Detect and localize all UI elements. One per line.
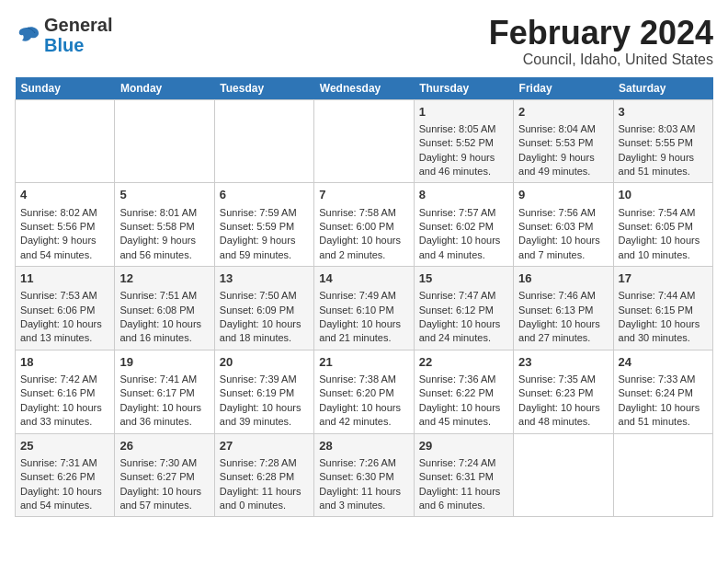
day-info-line: and 51 minutes. (619, 165, 708, 178)
day-info-line: Sunset: 6:28 PM (220, 470, 309, 484)
day-info-line: Sunrise: 7:57 AM (419, 206, 508, 220)
day-info-line: Daylight: 10 hours (619, 234, 708, 247)
day-info-line: Daylight: 9 hours (220, 234, 309, 247)
day-info-line: Sunrise: 7:51 AM (119, 289, 209, 303)
day-info-line: Sunrise: 8:05 AM (419, 122, 508, 136)
calendar-cell: 27Sunrise: 7:28 AMSunset: 6:28 PMDayligh… (214, 433, 313, 517)
day-header-monday: Monday (115, 77, 214, 100)
day-info-line: Sunset: 6:15 PM (619, 304, 708, 317)
day-info-line: Daylight: 10 hours (518, 401, 608, 415)
calendar-cell (115, 99, 214, 183)
day-info-line: Daylight: 10 hours (319, 234, 408, 247)
day-info-line: and 46 minutes. (419, 165, 508, 178)
day-info-line: Daylight: 10 hours (419, 234, 508, 247)
day-info-line: Daylight: 10 hours (619, 401, 708, 415)
day-info-line: Sunrise: 8:04 AM (518, 122, 608, 136)
day-info-line: Daylight: 10 hours (20, 485, 109, 499)
day-info-line: Sunset: 6:02 PM (419, 220, 508, 234)
day-number: 17 (619, 270, 708, 287)
calendar-cell: 17Sunrise: 7:44 AMSunset: 6:15 PMDayligh… (613, 267, 712, 350)
day-info-line: and 48 minutes. (518, 415, 608, 429)
day-info-line: Sunset: 6:17 PM (119, 386, 209, 400)
day-info-line: Daylight: 10 hours (518, 317, 608, 331)
calendar-cell: 5Sunrise: 8:01 AMSunset: 5:58 PMDaylight… (115, 183, 214, 267)
day-info-line: Sunrise: 7:53 AM (20, 289, 109, 303)
logo: General Blue (15, 15, 112, 55)
day-info-line: Daylight: 10 hours (220, 317, 309, 331)
day-number: 23 (518, 354, 608, 371)
day-info-line: Sunrise: 7:36 AM (419, 373, 508, 386)
day-number: 14 (319, 270, 408, 287)
day-info-line: Sunset: 6:26 PM (20, 470, 109, 484)
calendar-cell: 4Sunrise: 8:02 AMSunset: 5:56 PMDaylight… (16, 183, 115, 267)
calendar-cell: 10Sunrise: 7:54 AMSunset: 6:05 PMDayligh… (613, 183, 712, 267)
day-number: 9 (518, 187, 608, 203)
calendar-cell: 19Sunrise: 7:41 AMSunset: 6:17 PMDayligh… (115, 350, 214, 433)
title-block: February 2024 Council, Idaho, United Sta… (489, 15, 713, 68)
day-info-line: and 39 minutes. (220, 415, 309, 429)
day-info-line: Sunset: 6:16 PM (20, 386, 109, 400)
day-info-line: Sunrise: 7:42 AM (20, 373, 109, 386)
calendar-cell: 13Sunrise: 7:50 AMSunset: 6:09 PMDayligh… (214, 267, 313, 350)
day-header-saturday: Saturday (613, 77, 712, 100)
day-info-line: Sunrise: 7:50 AM (220, 289, 309, 303)
calendar-cell: 25Sunrise: 7:31 AMSunset: 6:26 PMDayligh… (16, 433, 115, 517)
day-number: 11 (20, 270, 109, 287)
calendar-cell (613, 433, 712, 517)
day-info-line: Sunrise: 7:56 AM (518, 206, 608, 220)
day-info-line: Daylight: 11 hours (319, 485, 408, 499)
day-info-line: Sunset: 6:03 PM (518, 220, 608, 234)
calendar-cell: 16Sunrise: 7:46 AMSunset: 6:13 PMDayligh… (514, 267, 613, 350)
day-info-line: Sunrise: 7:39 AM (220, 373, 309, 386)
day-header-sunday: Sunday (16, 77, 115, 100)
day-info-line: and 4 minutes. (419, 248, 508, 262)
day-info-line: Daylight: 11 hours (419, 485, 508, 499)
day-info-line: Sunrise: 7:54 AM (619, 206, 708, 220)
day-number: 21 (319, 354, 408, 371)
calendar-cell: 26Sunrise: 7:30 AMSunset: 6:27 PMDayligh… (115, 433, 214, 517)
day-info-line: Sunrise: 8:02 AM (20, 206, 109, 220)
day-info-line: Sunrise: 7:24 AM (419, 456, 508, 470)
day-info-line: and 6 minutes. (419, 499, 508, 512)
week-row-2: 4Sunrise: 8:02 AMSunset: 5:56 PMDaylight… (16, 183, 713, 267)
day-info-line: Sunrise: 8:03 AM (619, 122, 708, 136)
day-info-line: Daylight: 10 hours (419, 401, 508, 415)
day-info-line: Sunset: 6:27 PM (119, 470, 209, 484)
day-header-friday: Friday (514, 77, 613, 100)
calendar-table: SundayMondayTuesdayWednesdayThursdayFrid… (15, 77, 713, 518)
day-info-line: Sunset: 6:08 PM (119, 304, 209, 317)
day-info-line: Sunrise: 7:28 AM (220, 456, 309, 470)
day-info-line: Sunset: 6:22 PM (419, 386, 508, 400)
day-number: 20 (220, 354, 309, 371)
day-info-line: Daylight: 10 hours (518, 234, 608, 247)
day-info-line: and 54 minutes. (20, 248, 109, 262)
day-info-line: Daylight: 10 hours (319, 317, 408, 331)
day-info-line: Sunset: 6:23 PM (518, 386, 608, 400)
day-info-line: Sunset: 6:10 PM (319, 304, 408, 317)
day-header-thursday: Thursday (414, 77, 513, 100)
day-number: 7 (319, 187, 408, 203)
calendar-cell: 12Sunrise: 7:51 AMSunset: 6:08 PMDayligh… (115, 267, 214, 350)
day-number: 3 (619, 104, 708, 121)
day-info-line: Sunset: 6:00 PM (319, 220, 408, 234)
day-number: 1 (419, 104, 508, 121)
calendar-cell: 22Sunrise: 7:36 AMSunset: 6:22 PMDayligh… (414, 350, 513, 433)
day-info-line: Sunset: 6:19 PM (220, 386, 309, 400)
day-info-line: Daylight: 10 hours (20, 401, 109, 415)
day-info-line: and 18 minutes. (220, 331, 309, 345)
logo-bird-icon (15, 24, 40, 46)
week-row-1: 1Sunrise: 8:05 AMSunset: 5:52 PMDaylight… (16, 99, 713, 183)
calendar-cell: 15Sunrise: 7:47 AMSunset: 6:12 PMDayligh… (414, 267, 513, 350)
day-info-line: Sunrise: 7:30 AM (119, 456, 209, 470)
day-info-line: Sunset: 6:06 PM (20, 304, 109, 317)
calendar-cell (314, 99, 414, 183)
day-info-line: and 42 minutes. (319, 415, 408, 429)
day-number: 2 (518, 104, 608, 121)
calendar-cell (16, 99, 115, 183)
day-info-line: Sunset: 5:52 PM (419, 136, 508, 150)
day-info-line: Sunrise: 7:35 AM (518, 373, 608, 386)
calendar-cell: 28Sunrise: 7:26 AMSunset: 6:30 PMDayligh… (314, 433, 414, 517)
calendar-title: February 2024 (489, 15, 713, 52)
day-info-line: and 33 minutes. (20, 415, 109, 429)
day-info-line: and 3 minutes. (319, 499, 408, 512)
